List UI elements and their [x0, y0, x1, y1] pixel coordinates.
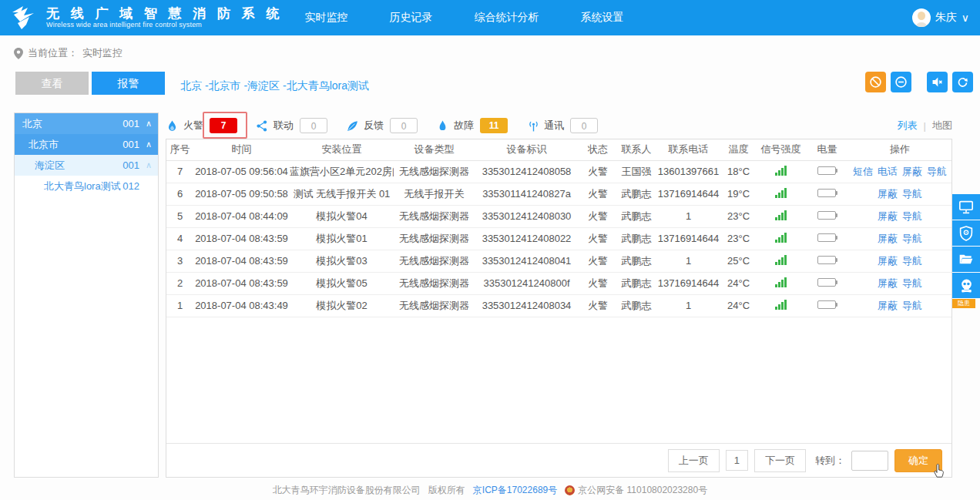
nav-item[interactable]: 综合统计分析: [475, 11, 539, 25]
filter-火警[interactable]: 火警7: [166, 118, 237, 133]
nav-item[interactable]: 实时监控: [305, 11, 348, 25]
feather-icon: [346, 119, 359, 133]
signal-strength-icon: [775, 255, 787, 265]
cell-phone: 13716914644: [656, 183, 721, 205]
filter-bar: 火警7联动0反馈0故障11通讯0 列表 | 地图: [166, 112, 952, 139]
view-list-link[interactable]: 列表: [898, 119, 918, 133]
cell-location: 测试 无线手报开关 01: [290, 183, 394, 205]
cell-actions: 屏蔽导航: [848, 205, 951, 227]
monitor-icon[interactable]: [952, 194, 980, 220]
filter-count-badge: 0: [390, 118, 418, 133]
cell-location: 模拟火警05: [290, 272, 394, 294]
app-title-en: Wireless wide area intelligent fire cont…: [46, 21, 284, 29]
filter-反馈[interactable]: 反馈0: [346, 118, 418, 133]
confirm-button[interactable]: 确定: [894, 449, 942, 472]
filter-联动[interactable]: 联动0: [256, 118, 327, 133]
battery-icon: [817, 189, 837, 197]
nav-item[interactable]: 历史记录: [390, 11, 433, 25]
cell-location: 模拟火警01: [290, 227, 394, 250]
tree-item[interactable]: 北京市001∧: [15, 134, 158, 155]
battery-icon: [817, 278, 837, 287]
action-屏蔽-link[interactable]: 屏蔽: [878, 233, 898, 244]
action-屏蔽-link[interactable]: 屏蔽: [878, 277, 898, 289]
page-footer: 北大青鸟环宇消防设备股份有限公司 版权所有 京ICP备17022689号 京公网…: [0, 484, 980, 497]
filter-count-badge: 11: [480, 118, 508, 133]
action-导航-link[interactable]: 导航: [902, 255, 922, 267]
flame-icon: [166, 119, 179, 133]
action-屏蔽-link[interactable]: 屏蔽: [878, 210, 898, 222]
dock-tag[interactable]: 隐患: [952, 299, 975, 308]
cell-time: 2018-07-05 09:50:58: [193, 183, 290, 205]
view-toggle-divider: |: [924, 120, 926, 132]
alarm-table: 序号时间安装位置设备类型设备标识状态联系人联系电话温度信号强度电量操作 7201…: [166, 139, 951, 317]
tree-item[interactable]: 海淀区001∧: [15, 155, 158, 176]
page-number[interactable]: 1: [726, 450, 748, 471]
refresh-icon[interactable]: [952, 72, 973, 92]
police-emblem-icon: [565, 485, 575, 495]
cell-location: 模拟火警03: [290, 250, 394, 272]
cell-device-id: 3353012412408022: [475, 227, 579, 250]
cell-time: 2018-07-04 08:43:59: [193, 250, 290, 272]
skull-icon[interactable]: [952, 273, 980, 298]
main-nav: 实时监控历史记录综合统计分析系统设置: [305, 11, 624, 25]
column-header: 联系电话: [656, 139, 721, 160]
tab-view[interactable]: 查看: [15, 72, 89, 95]
realtime-monitor-page: 无 线 广 域 智 慧 消 防 系 统 Wireless wide area i…: [0, 0, 980, 500]
cell-type: 无线感烟探测器: [394, 227, 475, 250]
breadcrumb-value: 实时监控: [82, 46, 123, 60]
chevron-up-icon[interactable]: ∧: [139, 139, 158, 149]
filter-故障[interactable]: 故障11: [436, 118, 508, 133]
cell-actions: 屏蔽导航: [848, 183, 951, 205]
action-导航-link[interactable]: 导航: [902, 300, 922, 311]
action-屏蔽-link[interactable]: 屏蔽: [878, 255, 898, 267]
signal-strength-icon: [775, 188, 787, 198]
action-电话-link[interactable]: 电话: [878, 166, 898, 177]
action-导航-link[interactable]: 导航: [902, 210, 922, 222]
folder-icon[interactable]: [952, 247, 980, 272]
cell-phone: 1: [656, 250, 721, 272]
column-header: 温度: [721, 139, 756, 160]
action-屏蔽-link[interactable]: 屏蔽: [878, 188, 898, 200]
view-map-link[interactable]: 地图: [932, 119, 952, 133]
action-导航-link[interactable]: 导航: [902, 188, 922, 200]
next-page-button[interactable]: 下一页: [754, 449, 806, 472]
tree-item[interactable]: 北京001∧: [15, 113, 158, 134]
battery-icon: [817, 256, 837, 264]
ban-icon[interactable]: [865, 72, 886, 92]
prev-page-button[interactable]: 上一页: [668, 449, 720, 472]
cell-phone: 1: [656, 205, 721, 227]
cell-contact: 武鹏志: [617, 272, 656, 294]
cell-type: 无线感烟探测器: [394, 294, 475, 317]
chevron-up-icon[interactable]: ∧: [139, 119, 158, 129]
circle-minus-icon[interactable]: [891, 72, 911, 92]
shield-gear-icon[interactable]: [952, 220, 980, 246]
cell-temp: 19°C: [721, 183, 756, 205]
action-导航-link[interactable]: 导航: [902, 233, 922, 244]
action-屏蔽-link[interactable]: 屏蔽: [902, 166, 922, 177]
goto-page-input[interactable]: [851, 451, 888, 471]
cell-device-id: 335301241240800f: [475, 272, 579, 294]
cell-no: 4: [166, 227, 193, 250]
tab-alarm[interactable]: 报警: [92, 72, 165, 95]
filter-label: 火警: [183, 119, 203, 133]
signal-strength-icon: [775, 300, 787, 310]
action-短信-link[interactable]: 短信: [853, 166, 873, 177]
tabs-row: 查看 报警 北京 -北京市 -海淀区 -北大青鸟lora测试: [15, 72, 980, 95]
icp-link[interactable]: 京ICP备17022689号: [473, 484, 557, 497]
avatar[interactable]: [912, 8, 931, 27]
action-屏蔽-link[interactable]: 屏蔽: [878, 300, 898, 311]
column-header: 操作: [848, 139, 951, 160]
alarm-table-panel: 序号时间安装位置设备类型设备标识状态联系人联系电话温度信号强度电量操作 7201…: [166, 139, 952, 478]
action-导航-link[interactable]: 导航: [902, 277, 922, 289]
filter-通讯[interactable]: 通讯0: [526, 118, 598, 133]
nav-item[interactable]: 系统设置: [581, 11, 624, 25]
action-导航-link[interactable]: 导航: [927, 166, 947, 177]
mute-speaker-icon[interactable]: [927, 72, 948, 92]
cell-no: 1: [166, 294, 193, 317]
user-menu[interactable]: 朱庆 ∨: [912, 8, 969, 27]
cell-actions: 屏蔽导航: [848, 250, 951, 272]
tree-item[interactable]: 北大青鸟lora测试012: [15, 176, 158, 196]
cell-contact: 武鹏志: [617, 294, 656, 317]
chevron-up-icon[interactable]: ∧: [139, 160, 158, 170]
signal-strength-icon: [775, 233, 787, 243]
